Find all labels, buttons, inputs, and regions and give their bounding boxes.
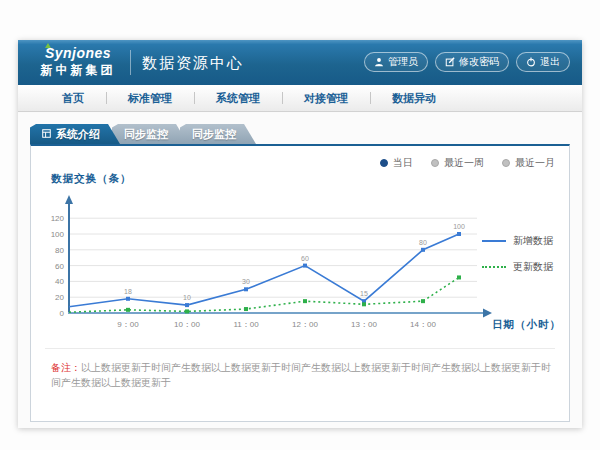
svg-text:0: 0 xyxy=(60,309,65,318)
app-page: Synjones 新中新集团 数据资源中心 管理员 修改密码 xyxy=(18,40,582,428)
app-title: 数据资源中心 xyxy=(142,54,244,73)
svg-text:12：00: 12：00 xyxy=(292,320,318,329)
change-password-button[interactable]: 修改密码 xyxy=(435,52,509,72)
svg-text:80: 80 xyxy=(419,239,427,246)
logo: Synjones 新中新集团 xyxy=(32,45,124,79)
svg-text:14：00: 14：00 xyxy=(410,320,436,329)
logo-text-en: Synjones xyxy=(32,45,124,61)
svg-text:80: 80 xyxy=(55,246,64,255)
power-icon xyxy=(526,57,536,67)
legend-swatch xyxy=(482,240,506,242)
svg-text:40: 40 xyxy=(55,277,64,286)
tab-system-intro[interactable]: 系统介绍 xyxy=(30,124,120,144)
legend-swatch xyxy=(482,266,506,268)
radio-dot xyxy=(502,159,510,167)
radio-dot xyxy=(431,159,439,167)
nav-item-connection-mgmt[interactable]: 对接管理 xyxy=(282,85,370,111)
radio-last-week[interactable]: 最近一周 xyxy=(431,156,484,170)
primary-nav: 首页 标准管理 系统管理 对接管理 数据异动 xyxy=(18,85,582,112)
svg-text:9：00: 9：00 xyxy=(117,320,139,329)
radio-label: 当日 xyxy=(393,156,413,170)
nav-item-system-mgmt[interactable]: 系统管理 xyxy=(194,85,282,111)
svg-text:10：00: 10：00 xyxy=(174,320,200,329)
tab-sync-monitor-1[interactable]: 同步监控 xyxy=(112,124,188,144)
svg-text:60: 60 xyxy=(55,262,64,271)
change-password-label: 修改密码 xyxy=(459,55,499,69)
tab-bar: 系统介绍 同步监控 同步监控 xyxy=(30,124,248,144)
user-label: 管理员 xyxy=(388,55,418,69)
user-icon xyxy=(374,57,384,67)
svg-text:100: 100 xyxy=(453,223,465,230)
logout-button[interactable]: 退出 xyxy=(516,52,570,72)
time-range-filter: 当日 最近一周 最近一月 xyxy=(380,156,555,170)
chart-panel: 当日 最近一周 最近一月 数据交换（条） 0204060801001209：00… xyxy=(30,144,570,422)
svg-text:120: 120 xyxy=(51,214,65,223)
radio-label: 最近一月 xyxy=(515,156,555,170)
svg-text:30: 30 xyxy=(242,278,250,285)
logo-leaf-icon xyxy=(45,43,51,48)
nav-item-data-changes[interactable]: 数据异动 xyxy=(370,85,458,111)
tab-sync-monitor-2[interactable]: 同步监控 xyxy=(180,124,256,144)
footnote: 备注：以上数据更新于时间产生数据以上数据更新于时间产生数据以上数据更新于时间产生… xyxy=(51,360,555,390)
header-actions: 管理员 修改密码 退出 xyxy=(364,52,570,72)
nav-item-standard-mgmt[interactable]: 标准管理 xyxy=(106,85,194,111)
svg-text:18: 18 xyxy=(124,288,132,295)
grid-icon xyxy=(42,124,51,144)
radio-today[interactable]: 当日 xyxy=(380,156,413,170)
radio-last-month[interactable]: 最近一月 xyxy=(502,156,555,170)
tab-label: 同步监控 xyxy=(192,124,236,144)
header: Synjones 新中新集团 数据资源中心 管理员 修改密码 xyxy=(18,40,582,85)
logo-text-cn: 新中新集团 xyxy=(32,62,124,79)
edit-icon xyxy=(445,57,455,67)
svg-text:11：00: 11：00 xyxy=(233,320,259,329)
svg-text:20: 20 xyxy=(55,293,64,302)
logout-label: 退出 xyxy=(540,55,560,69)
tab-label: 同步监控 xyxy=(124,124,168,144)
legend-label: 更新数据 xyxy=(513,260,553,274)
x-axis-title: 日期（小时） xyxy=(492,318,561,332)
content-area: 系统介绍 同步监控 同步监控 当日 最近一周 xyxy=(18,113,582,428)
line-chart: 0204060801001209：0010：0011：0012：0013：001… xyxy=(39,188,501,338)
radio-dot xyxy=(380,159,388,167)
header-divider xyxy=(130,50,131,75)
legend-label: 新增数据 xyxy=(513,234,553,248)
user-button[interactable]: 管理员 xyxy=(364,52,428,72)
svg-text:13：00: 13：00 xyxy=(351,320,377,329)
footnote-text: 以上数据更新于时间产生数据以上数据更新于时间产生数据以上数据更新于时间产生数据以… xyxy=(51,362,551,388)
svg-text:60: 60 xyxy=(301,255,309,262)
legend-item-updated-data: 更新数据 xyxy=(482,260,553,274)
nav-item-home[interactable]: 首页 xyxy=(40,85,106,111)
chart-legend: 新增数据 更新数据 xyxy=(482,234,553,274)
y-axis-title: 数据交换（条） xyxy=(51,172,132,186)
radio-label: 最近一周 xyxy=(444,156,484,170)
svg-text:100: 100 xyxy=(51,230,65,239)
svg-text:15: 15 xyxy=(360,290,368,297)
footnote-prefix: 备注： xyxy=(51,362,81,373)
tab-label: 系统介绍 xyxy=(56,124,100,144)
legend-item-new-data: 新增数据 xyxy=(482,234,553,248)
svg-text:10: 10 xyxy=(183,294,191,301)
note-divider xyxy=(45,348,555,349)
line-chart-svg: 0204060801001209：0010：0011：0012：0013：001… xyxy=(39,188,501,338)
